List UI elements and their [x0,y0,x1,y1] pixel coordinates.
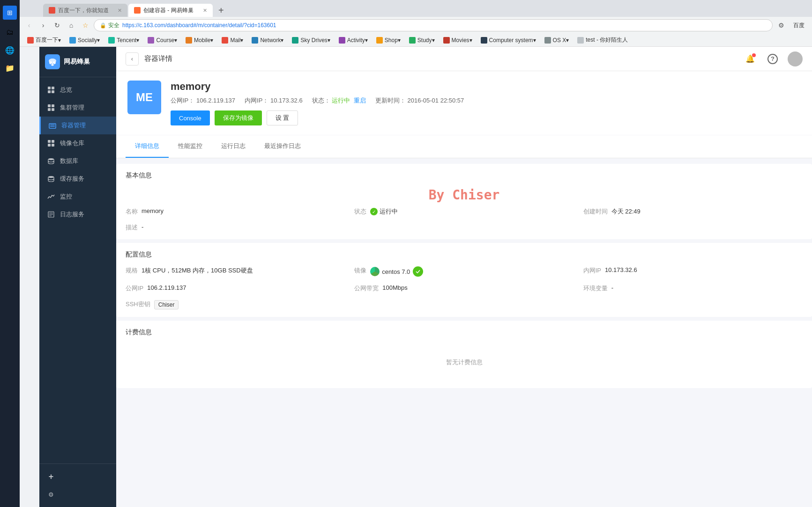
sidebar-item-image[interactable]: 镜像仓库 [39,134,116,152]
bookmark-tencent[interactable]: Tencent ▾ [104,36,143,44]
image-status-icon [413,266,423,277]
bookmark-computer-system[interactable]: Computer system ▾ [477,36,540,44]
sidebar-item-database[interactable]: 数据库 [39,152,116,170]
sidebar-item-container[interactable]: 容器管理 [39,117,116,134]
console-button[interactable]: Console [171,110,210,125]
container-header-section: ME memory 公网IP： 106.2.119.137 内网IP： 10.1… [116,71,812,135]
monitor-icon [47,192,55,201]
bookmark-mobile[interactable]: Mobile ▾ [182,36,217,44]
reload-button[interactable]: ↻ [52,20,63,31]
help-icon: ? [767,54,778,64]
bookmark-icon-computer-system [481,37,487,44]
watermark: By Chiser [126,187,803,203]
bookmark-skydrives[interactable]: Sky Drives ▾ [288,36,334,44]
sidebar-label-storage: 缓存服务 [60,175,84,183]
sidebar-label-dashboard: 总览 [60,86,72,94]
bookmark-star[interactable]: ☆ [80,20,91,31]
name-label: 名称 [126,207,138,216]
sidebar-label-database: 数据库 [60,157,78,165]
tab-netease[interactable]: 创建容器 - 网易蜂巢 ✕ [128,4,213,17]
container-name: memory [171,81,801,93]
bookmark-socially[interactable]: Socially ▾ [66,36,104,44]
taskbar-icon-3[interactable]: 📁 [3,61,17,75]
bookmark-mail[interactable]: Mail ▾ [218,36,247,44]
bookmark-baidu[interactable]: 百度一下 ▾ [23,35,65,45]
dashboard-icon [47,86,55,94]
back-nav-button[interactable]: ‹ [23,20,35,31]
bookmark-test[interactable]: test - 你好陌生人 [574,35,632,45]
desc-value: - [142,223,143,232]
tab-log[interactable]: 运行日志 [212,135,255,158]
spec-item: 规格 1核 CPU，512MB 内存，10GB SSD硬盘 [126,266,345,277]
private-ip-config-label: 内网IP [583,266,601,277]
bookmark-course[interactable]: Course ▾ [144,36,181,44]
bookmark-osx[interactable]: OS X ▾ [541,36,573,44]
bookmark-network[interactable]: Network ▾ [248,36,287,44]
new-tab-button[interactable]: + [213,4,230,17]
sidebar-label-cluster: 集群管理 [60,103,84,112]
svg-rect-10 [48,104,51,107]
extensions-button[interactable]: ⚙ [775,20,787,31]
bookmark-movies[interactable]: Movies ▾ [440,36,476,44]
bookmark-icon-tencent [108,37,115,44]
sidebar-add-button[interactable]: + [39,468,116,485]
created-value: 今天 22:49 [611,207,641,216]
page-title: 容器详情 [144,54,172,63]
settings-icon: ⚙ [47,490,55,499]
settings-button[interactable]: 设 置 [267,110,298,125]
forward-nav-button[interactable]: › [37,20,49,31]
sidebar-item-storage[interactable]: 缓存服务 [39,170,116,188]
desc-item: 描述 - [126,223,345,232]
address-input[interactable]: 🔒 安全 https://c.163.com/dashboard#/m/cont… [94,19,773,31]
tab-close-netease[interactable]: ✕ [203,7,207,14]
status-meta: 状态： 运行中 重启 [312,96,366,105]
main-header: ‹ 容器详情 🔔 ? [116,47,812,71]
billing-empty: 暂无计费信息 [126,344,803,381]
taskbar-icon-2[interactable]: 🌐 [3,43,17,57]
svg-rect-13 [52,108,54,111]
tab-detail[interactable]: 详细信息 [126,135,169,158]
tab-monitor[interactable]: 性能监控 [169,135,212,158]
back-button[interactable]: ‹ [126,52,139,66]
sidebar-item-monitor[interactable]: 监控 [39,188,116,206]
bookmark-activity[interactable]: Activity ▾ [335,36,372,44]
private-ip-meta: 内网IP： 10.173.32.6 [245,96,303,105]
ssh-label: SSH密钥 [126,300,150,309]
notification-dot [752,53,756,57]
sidebar-item-log[interactable]: 日志服务 [39,206,116,223]
bookmark-study[interactable]: Study ▾ [405,36,439,44]
private-ip-config-value: 10.173.32.6 [605,266,637,277]
sidebar-item-cluster[interactable]: 集群管理 [39,99,116,117]
bookmark-icon-skydrives [292,37,298,44]
sidebar-item-dashboard[interactable]: 总览 [39,81,116,99]
notification-button[interactable]: 🔔 [743,51,758,66]
bookmark-icon-mail [222,37,228,44]
restart-link[interactable]: 重启 [354,97,366,104]
svg-point-2 [53,61,56,64]
ssh-item: SSH密钥 Chiser [126,300,345,309]
tab-close-baidu[interactable]: ✕ [118,7,122,14]
tab-ops-log[interactable]: 最近操作日志 [255,135,310,158]
security-label: 安全 [108,22,119,29]
home-button[interactable]: ⌂ [66,20,77,31]
start-button[interactable]: ⊞ [3,6,17,20]
image-item: 镜像 centos 7.0 [354,266,574,277]
taskbar-icon-1[interactable]: 🗂 [3,25,17,39]
status-label: 状态 [354,207,366,216]
tab-baidu[interactable]: 百度一下，你就知道 ✕ [43,4,127,17]
help-button[interactable]: ? [765,51,780,66]
public-ip-config-value: 106.2.119.137 [147,284,186,293]
svg-point-1 [49,61,52,64]
sidebar-settings-button[interactable]: ⚙ [39,485,116,503]
sidebar-label-monitor: 监控 [60,192,72,201]
bookmark-shop[interactable]: Shop ▾ [372,36,404,44]
env-value: - [611,284,613,293]
public-ip-item: 公网IP 106.2.119.137 [126,284,345,293]
user-avatar[interactable] [788,51,803,66]
new-tab-icon: + [218,5,224,16]
tab-title-baidu: 百度一下，你就知道 [58,7,115,15]
logo-text: 网易蜂巢 [64,58,90,66]
bookmark-icon-movies [443,37,450,44]
save-image-button[interactable]: 保存为镜像 [215,110,262,125]
tab-title-netease: 创建容器 - 网易蜂巢 [143,7,200,15]
